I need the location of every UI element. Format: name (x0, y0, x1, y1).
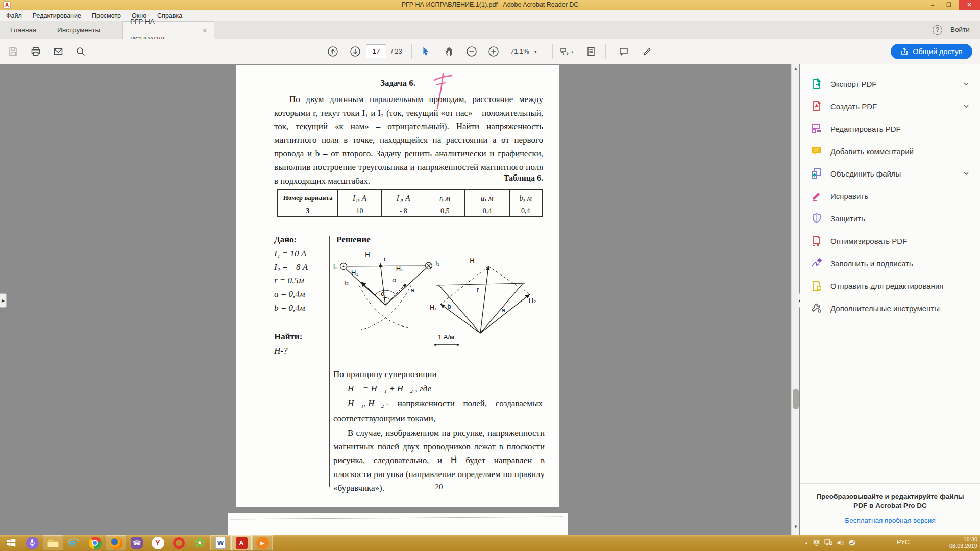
viber-icon: ☎ (131, 537, 143, 549)
yandex-icon: Y (152, 537, 164, 549)
page-fit-button[interactable] (558, 45, 576, 58)
scrollbar-thumb[interactable] (793, 389, 799, 409)
table-cell: 0,4 (509, 207, 542, 216)
microphone-icon (26, 537, 39, 549)
taskbar-internet-explorer[interactable]: e (64, 535, 84, 550)
sidebar-item-label: Добавить комментарий (830, 147, 914, 156)
chevron-down-icon[interactable] (963, 170, 970, 177)
figure-label-alpha: α (392, 276, 396, 284)
maximize-button[interactable]: ❐ (941, 0, 957, 10)
volume-tray-icon[interactable] (837, 539, 844, 546)
figure-label-h2-right: H₂ (529, 296, 536, 304)
scroll-down-icon[interactable]: ▼ (792, 524, 800, 529)
tab-document[interactable]: РГР НА ИСПРАВЛЕ... × (122, 21, 214, 39)
sidebar-item-label: Дополнительные инструменты (830, 304, 940, 313)
given-item: b = 0,4м (274, 302, 308, 315)
sidebar-item-label: Экспорт PDF (830, 80, 877, 88)
file-explorer-icon (47, 538, 59, 548)
share-button[interactable]: Общий доступ (891, 44, 972, 59)
given-label: Дано: (274, 235, 297, 245)
table-cell: 0,5 (425, 207, 465, 216)
sign-in-link[interactable]: Войти (950, 26, 970, 33)
hidden-icons-arrow[interactable]: ▲ (804, 541, 808, 545)
sidebar-item-create-pdf[interactable]: Создать PDF (800, 95, 980, 117)
taskbar-file-explorer[interactable] (43, 535, 63, 550)
left-pane-toggle[interactable]: ▶ (0, 293, 7, 308)
select-tool-button[interactable] (420, 45, 432, 58)
taskbar-chrome[interactable] (85, 535, 105, 550)
menu-view[interactable]: Просмотр (92, 12, 121, 19)
sidebar-item-edit-pdf[interactable]: Редактировать PDF (800, 117, 980, 140)
play-icon: ▶ (256, 537, 269, 549)
page-number-input[interactable]: 17 (366, 44, 386, 58)
figure-label-h-right: H (470, 257, 474, 264)
share-button-label: Общий доступ (913, 47, 962, 56)
sidebar-item-export-pdf[interactable]: Экспорт PDF (800, 72, 980, 95)
help-icon[interactable]: ? (933, 25, 942, 35)
vector-diagram-figure: I₂ I₁ H r H₁ H₂ b a α α H r H₁ b a H₂ 1 … (332, 245, 551, 355)
print-icon (31, 46, 41, 57)
sidebar-item-fix[interactable]: Исправить (800, 185, 980, 207)
sidebar-item-optimize-pdf[interactable]: Оптимизировать PDF (800, 230, 980, 252)
field-definition-line2: соответствующими токами, (333, 414, 435, 424)
start-button[interactable] (1, 535, 21, 550)
taskbar-icq[interactable] (189, 535, 210, 550)
sidebar-item-fill-sign[interactable]: Заполнить и подписать (800, 252, 980, 274)
taskbar-firefox[interactable] (106, 535, 126, 550)
tab-tools[interactable]: Инструменты (50, 21, 107, 39)
tab-close-icon[interactable]: × (203, 22, 207, 39)
zoom-out-button[interactable] (465, 45, 478, 58)
next-page-button[interactable] (349, 45, 361, 58)
taskbar-viber[interactable]: ☎ (127, 535, 147, 550)
chevron-down-icon[interactable] (963, 103, 970, 110)
email-icon (53, 46, 63, 57)
tray-date: 08.03.2019 (949, 543, 977, 549)
previous-page-button[interactable] (327, 45, 339, 58)
zoom-level-dropdown[interactable]: 71,1% ▾ (510, 47, 536, 55)
document-viewport: Задача 6. По двум длинным параллельным п… (0, 64, 980, 535)
find-label: Найти: (274, 332, 302, 342)
menu-edit[interactable]: Редактирование (33, 12, 81, 19)
highlight-tool-button[interactable] (641, 45, 653, 58)
tab-home[interactable]: Главная (3, 21, 43, 39)
sidebar-item-protect[interactable]: Защитить (800, 207, 980, 230)
promo-trial-link[interactable]: Бесплатная пробная версия (814, 517, 967, 524)
email-button[interactable] (52, 45, 64, 58)
clock[interactable]: 16:30 08.03.2019 (949, 536, 977, 549)
optimize-pdf-icon (811, 235, 823, 247)
close-button[interactable]: ✕ (959, 0, 980, 10)
vertical-scrollbar[interactable]: ▲ ▼ (791, 64, 799, 535)
menu-file[interactable]: Файл (6, 12, 22, 19)
table-cell: 3 (278, 207, 338, 216)
minus-circle-icon (466, 46, 477, 57)
taskbar-media-player[interactable]: ▶ (252, 535, 273, 550)
taskbar-acrobat-reader[interactable]: A (231, 535, 252, 550)
sidebar-item-add-comment[interactable]: Добавить комментарий (800, 140, 980, 162)
pdf-next-page (228, 512, 568, 535)
sidebar-item-more-tools[interactable]: Дополнительные инструменты (800, 297, 980, 319)
chevron-down-icon[interactable] (963, 80, 970, 87)
punto-tray-icon[interactable] (848, 539, 856, 546)
find-button[interactable] (75, 45, 87, 58)
minimize-button[interactable]: – (925, 0, 940, 10)
save-button[interactable] (7, 45, 19, 58)
taskbar-word[interactable]: W (210, 535, 231, 550)
taskbar-opera[interactable] (168, 535, 189, 550)
taskbar-yandex-browser[interactable]: Y (148, 535, 168, 550)
comment-tool-button[interactable] (618, 45, 630, 58)
superposition-text: По принципу суперпозиции (333, 369, 437, 380)
dropbox-tray-icon[interactable] (813, 539, 820, 546)
scroll-up-icon[interactable]: ▲ (792, 66, 800, 71)
scrolling-mode-button[interactable] (585, 45, 597, 58)
voice-search-button[interactable] (22, 535, 42, 550)
language-indicator[interactable]: РУС (897, 539, 910, 546)
hand-tool-button[interactable] (443, 45, 455, 58)
network-tray-icon[interactable] (824, 539, 832, 546)
definition-word: полей, (463, 398, 487, 409)
word-icon: W (215, 537, 226, 549)
print-button[interactable] (30, 45, 42, 58)
fill-sign-icon (811, 257, 823, 269)
sidebar-item-combine-files[interactable]: Объединить файлы (800, 162, 980, 185)
zoom-in-button[interactable] (487, 45, 500, 58)
sidebar-item-send-for-review[interactable]: Отправить для редактирования (800, 274, 980, 297)
